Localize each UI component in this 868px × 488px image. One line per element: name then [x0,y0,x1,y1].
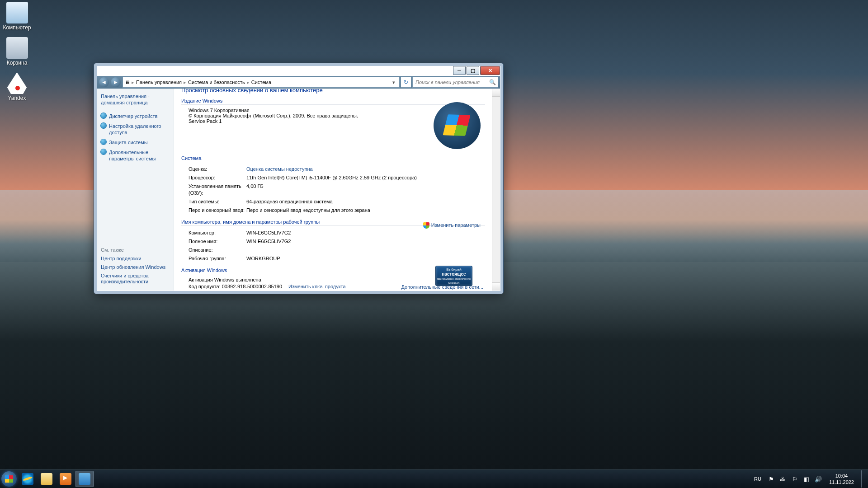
recycle-bin-icon [6,37,28,59]
window-body: Панель управления - домашняя страница Ди… [97,89,500,291]
computer-name-label: Компьютер: [189,230,246,236]
content-pane: Просмотр основных сведений о вашем компь… [174,89,500,291]
system-properties-window: ─ ▢ ✕ ◄ ► 🖥 ▸ Панель управления ▸ Систем… [94,63,504,294]
pen-label: Перо и сенсорный ввод: [189,207,246,214]
section-edition: Издание Windows [181,98,485,105]
search-input[interactable] [415,79,489,85]
ie-icon [22,473,33,485]
system-icon [79,473,90,485]
refresh-button[interactable]: ↻ [401,77,411,88]
control-panel-icon: 🖥 [125,80,130,85]
network-info-link[interactable]: Дополнительные сведения в сети... [401,284,484,290]
clock-time: 10:04 [829,473,854,479]
sidebar-link-remote-settings[interactable]: Настройка удаленного доступа [101,121,170,137]
taskbar: RU ⚑ 🖧 ⚐ ◧ 🔊 10:04 11.11.2022 [0,469,868,488]
explorer-icon [41,473,52,485]
full-name-value: WIN-E6GC5LIV7G2 [246,238,485,245]
breadcrumb-mid[interactable]: Система и безопасность [188,80,245,85]
full-name-label: Полное имя: [189,238,246,245]
see-also-action-center[interactable]: Центр поддержки [101,254,170,263]
cpu-value: 11th Gen Intel(R) Core(TM) i5-11400F @ 2… [246,174,485,181]
pen-value: Перо и сенсорный ввод недоступны для это… [246,207,485,214]
back-button[interactable]: ◄ [99,77,109,87]
desktop-icon-label: Yandex [0,95,34,101]
description-value [246,247,485,253]
maximize-button[interactable]: ▢ [467,66,479,75]
description-label: Описание: [189,247,246,253]
computer-name-value: WIN-E6GC5LIV7G2 [246,230,485,236]
windows-orb-icon [1,471,17,487]
ram-value: 4,00 ГБ [246,183,485,197]
tray-flag-icon[interactable]: ⚑ [768,475,775,483]
desktop-icon-recycle-bin[interactable]: Корзина [0,37,34,66]
language-indicator[interactable]: RU [752,475,763,483]
ram-label: Установленная память (ОЗУ): [189,183,246,197]
page-title: Просмотр основных сведений о вашем компь… [181,89,485,94]
tray-app-icon[interactable]: ◧ [803,475,810,483]
taskbar-ie[interactable] [19,471,37,487]
search-box[interactable]: 🔍 [412,77,498,88]
sidebar-home-link[interactable]: Панель управления - домашняя страница [101,93,170,106]
cpu-label: Процессор: [189,174,246,181]
section-system: Система [181,155,485,162]
desktop: Компьютер Корзина Yandex ─ ▢ ✕ ◄ ► 🖥 ▸ П… [0,0,868,488]
navigation-bar: ◄ ► 🖥 ▸ Панель управления ▸ Система и бе… [97,76,500,89]
see-also-windows-update[interactable]: Центр обновления Windows [101,263,170,272]
workgroup-value: WORKGROUP [246,255,485,262]
change-product-key-link[interactable]: Изменить ключ продукта [288,283,346,290]
breadcrumb-root[interactable]: Панель управления [136,80,182,85]
clock-date: 11.11.2022 [829,479,854,485]
scrollbar[interactable] [492,89,500,291]
system-tray: RU ⚑ 🖧 ⚐ ◧ 🔊 10:04 11.11.2022 [752,470,868,488]
desktop-icon-yandex[interactable]: Yandex [0,72,34,101]
close-button[interactable]: ✕ [480,66,500,75]
workgroup-label: Рабочая группа: [189,255,246,262]
tray-volume-icon[interactable]: 🔊 [815,475,822,483]
desktop-icon-label: Корзина [0,60,34,66]
tray-network-icon[interactable]: 🖧 [779,475,787,483]
search-icon[interactable]: 🔍 [489,79,496,85]
forward-button[interactable]: ► [111,77,121,87]
tray-action-center-icon[interactable]: ⚐ [791,475,798,483]
start-button[interactable] [0,470,18,488]
windows-logo-icon [434,102,481,149]
sidebar-link-system-protection[interactable]: Защита системы [101,137,170,147]
shield-icon [423,222,429,229]
change-settings-link[interactable]: Изменить параметры [423,222,481,229]
see-also-heading: См. также [101,247,170,253]
address-dropdown[interactable]: ▾ [390,80,397,85]
address-bar[interactable]: 🖥 ▸ Панель управления ▸ Система и безопа… [123,77,400,88]
show-desktop-button[interactable] [861,470,865,488]
clock[interactable]: 10:04 11.11.2022 [826,473,857,485]
sidebar-link-device-manager[interactable]: Диспетчер устройств [101,111,170,121]
minimize-button[interactable]: ─ [453,66,466,75]
taskbar-system[interactable] [75,471,94,487]
rating-label: Оценка: [189,166,246,173]
rating-link[interactable]: Оценка системы недоступна [246,166,485,173]
genuine-microsoft-badge[interactable]: Выбирай настоящее программное обеспечени… [435,266,472,286]
breadcrumb-leaf[interactable]: Система [251,80,271,85]
media-player-icon [60,473,71,485]
titlebar-buttons: ─ ▢ ✕ [452,66,500,74]
type-value: 64-разрядная операционная система [246,198,485,205]
product-key: Код продукта: 00392-918-5000002-85190 [189,283,282,290]
sidebar: Панель управления - домашняя страница Ди… [97,89,174,291]
desktop-icon-label: Компьютер [0,24,34,31]
nav-back-forward: ◄ ► [98,77,122,88]
type-label: Тип системы: [189,198,246,205]
desktop-icon-computer[interactable]: Компьютер [0,2,34,31]
sidebar-link-advanced-settings[interactable]: Дополнительные параметры системы [101,147,170,164]
taskbar-explorer[interactable] [38,471,56,487]
see-also-performance[interactable]: Счетчики и средства производительности [101,272,170,286]
yandex-icon [6,72,28,94]
computer-icon [6,2,28,23]
taskbar-media-player[interactable] [57,471,75,487]
